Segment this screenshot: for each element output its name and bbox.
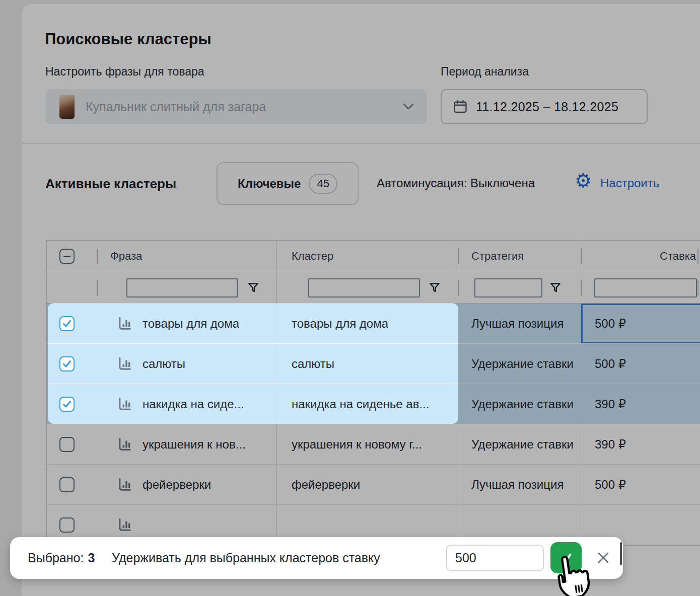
bulk-rate-input[interactable]	[446, 545, 544, 571]
cluster-filter-input[interactable]	[308, 278, 420, 297]
bar-chart-icon	[116, 316, 132, 332]
section-divider	[22, 143, 700, 144]
key-clusters-count-badge: 45	[309, 174, 337, 194]
phrase-label: украшения к нов...	[143, 437, 246, 452]
column-header-phrase[interactable]: Фраза	[97, 241, 276, 272]
phrase-label: салюты	[143, 357, 185, 371]
row-checkbox[interactable]	[59, 517, 75, 533]
table-row[interactable]: фейерверки фейерверки Лучшая позиция 500…	[47, 465, 700, 505]
calendar-icon	[453, 99, 468, 114]
row-checkbox[interactable]	[59, 477, 75, 492]
phrase-label: фейерверки	[143, 478, 211, 492]
product-thumbnail	[59, 95, 75, 119]
bar-chart-icon	[116, 356, 132, 372]
product-select[interactable]: Купальник слитный для загара	[45, 89, 427, 124]
strategy-filter-input[interactable]	[474, 278, 542, 297]
period-picker[interactable]: 11.12.2025 – 18.12.2025	[441, 89, 648, 124]
table-body: товары для дома товары для дома Лучшая п…	[47, 304, 700, 545]
column-header-strategy[interactable]: Стратегия	[458, 241, 581, 272]
bulk-action-bar: Выбрано:3 Удерживать для выбранных класт…	[10, 537, 623, 579]
strategy-label: Лучшая позиция	[471, 478, 573, 492]
column-header-cluster[interactable]: Кластер	[276, 241, 458, 272]
product-select-value: Купальник слитный для загара	[86, 100, 403, 114]
rate-value[interactable]: 500 ₽	[595, 317, 626, 331]
bar-chart-icon	[116, 396, 132, 412]
checkmark-icon	[62, 399, 72, 409]
select-all-checkbox[interactable]	[59, 249, 75, 264]
strategy-label: Удержание ставки	[471, 357, 573, 371]
filter-funnel-icon[interactable]	[428, 281, 441, 294]
row-checkbox[interactable]	[59, 397, 75, 412]
phrase-label: накидка на сиде...	[143, 397, 244, 411]
phrase-label: товары для дома	[143, 317, 239, 331]
cluster-label: украшения к новому г...	[292, 437, 422, 452]
table-row[interactable]: салюты салюты Удержание ставки 500 ₽	[47, 344, 700, 384]
bulk-action-message: Удерживать для выбранных кластеров ставк…	[112, 537, 380, 579]
strategy-label: Лучшая позиция	[471, 317, 573, 331]
rate-value[interactable]: 390 ₽	[595, 397, 626, 411]
filter-funnel-icon[interactable]	[549, 281, 562, 294]
cluster-label: накидка на сиденье ав...	[292, 397, 429, 411]
clusters-table: Фраза Кластер Стратегия Ставка	[46, 240, 700, 546]
close-icon	[596, 551, 610, 565]
rate-filter-input[interactable]	[594, 278, 697, 297]
key-clusters-button[interactable]: Ключевые 45	[217, 162, 359, 205]
checkmark-icon	[558, 550, 574, 565]
cluster-label: салюты	[292, 357, 334, 371]
strategy-label: Удержание ставки	[471, 397, 573, 411]
cluster-label: товары для дома	[292, 317, 388, 331]
page-title: Поисковые кластеры	[45, 30, 212, 48]
gear-icon[interactable]: ⚙	[575, 171, 592, 190]
period-field-label: Период анализа	[441, 65, 529, 79]
table-row[interactable]: украшения к нов... украшения к новому г.…	[47, 424, 700, 465]
key-clusters-label: Ключевые	[238, 177, 301, 191]
cluster-label: фейерверки	[292, 478, 360, 492]
active-clusters-heading: Активные кластеры	[45, 176, 176, 192]
row-checkbox[interactable]	[59, 316, 75, 331]
chevron-down-icon	[403, 103, 414, 110]
page: Поисковые кластеры Настроить фразы для т…	[0, 0, 700, 596]
row-checkbox[interactable]	[59, 356, 75, 371]
phrase-filter-input[interactable]	[126, 278, 238, 297]
bar-chart-icon	[116, 517, 132, 533]
checkmark-icon	[62, 359, 72, 369]
rate-value[interactable]: 500 ₽	[595, 478, 626, 492]
column-header-rate[interactable]: Ставка	[581, 241, 700, 272]
configure-link[interactable]: Настроить	[600, 176, 659, 190]
autominus-status: Автоминусация: Выключена	[377, 176, 535, 190]
filter-funnel-icon[interactable]	[247, 281, 260, 294]
period-value: 11.12.2025 – 18.12.2025	[476, 100, 618, 114]
scrollbar-thumb[interactable]	[620, 542, 622, 565]
strategy-label: Удержание ставки	[471, 437, 573, 452]
table-row[interactable]: товары для дома товары для дома Лучшая п…	[47, 304, 700, 344]
bar-chart-icon	[116, 436, 132, 453]
row-checkbox[interactable]	[59, 437, 75, 452]
selected-count: Выбрано:3	[28, 537, 95, 579]
confirm-button[interactable]	[550, 542, 582, 573]
product-field-label: Настроить фразы для товара	[45, 65, 204, 79]
rate-value[interactable]: 390 ₽	[595, 437, 626, 452]
bar-chart-icon	[116, 477, 132, 493]
table-row[interactable]: накидка на сиде... накидка на сиденье ав…	[47, 384, 700, 424]
table-header-row: Фраза Кластер Стратегия Ставка	[47, 241, 700, 272]
close-button[interactable]	[590, 545, 616, 571]
rate-value[interactable]: 500 ₽	[595, 357, 626, 371]
checkmark-icon	[62, 319, 72, 329]
table-filter-row	[47, 272, 700, 304]
